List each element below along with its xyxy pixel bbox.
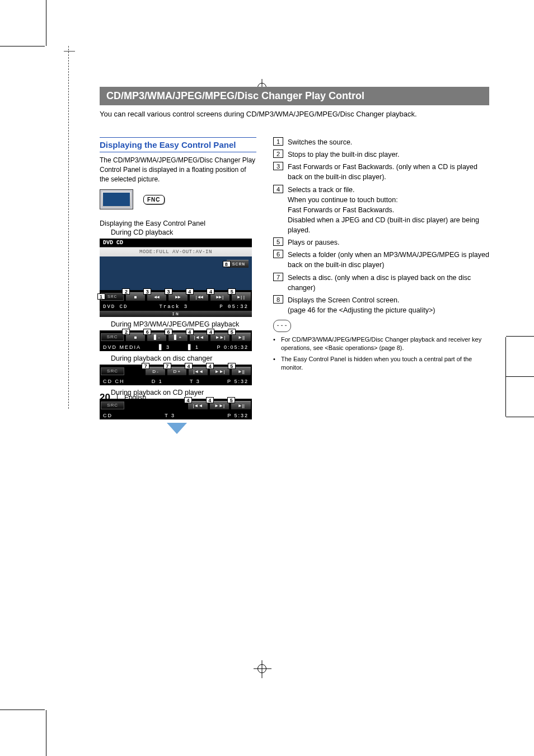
list-item: 7Selects a disc. (only when a disc is pl… — [273, 273, 489, 293]
disc-minus-button[interactable]: 7D - — [146, 367, 165, 375]
list-item: 8Displays the Screen Control screen. (pa… — [273, 295, 489, 315]
next-button[interactable]: 4►►| — [210, 401, 229, 409]
disc-plus-button[interactable]: 7D + — [167, 367, 186, 375]
src-button[interactable]: 1 SRC — [101, 293, 124, 301]
list-item: 4Selects a track or file. When you conti… — [273, 185, 489, 236]
play-pause-button[interactable]: 5►|| — [232, 292, 251, 301]
callout-text: Plays or pauses. — [288, 237, 489, 248]
prev-button[interactable]: 4|◄◄ — [188, 401, 208, 409]
callout-6b: 6 — [165, 329, 172, 335]
callout-number: 3 — [273, 162, 283, 170]
callout-8: 8 — [223, 261, 231, 267]
fnc-button[interactable]: FNC — [143, 195, 165, 204]
lead-text: The CD/MP3/WMA/JPEG/MPEG/Disc Changer Pl… — [100, 156, 256, 184]
stop-button[interactable]: 2■ — [126, 333, 145, 341]
callout-3a: 3 — [143, 288, 151, 295]
callout-4a: 4 — [185, 363, 193, 369]
next-button[interactable]: 4►►| — [210, 333, 229, 341]
callout-6a: 6 — [143, 329, 151, 335]
list-item: •The Easy Control Panel is hidden when y… — [273, 355, 489, 372]
down-arrow-icon — [167, 423, 187, 434]
device-illustration — [100, 189, 133, 209]
callout-number: 4 — [273, 185, 283, 193]
next-button[interactable]: 4►►| — [210, 292, 229, 301]
callout-text: Stops to play the built-in disc player. — [288, 150, 489, 160]
callout-text: Displays the Screen Control screen. (pag… — [288, 295, 489, 315]
list-item: 3Fast Forwards or Fast Backwards. (only … — [273, 162, 489, 182]
scrn-label: SCRN — [232, 262, 245, 267]
callout-4a: 4 — [186, 288, 194, 295]
page-language: English — [124, 394, 146, 402]
play-pause-button[interactable]: 5►|| — [232, 367, 251, 375]
panel-disc-changer: SRC 7D - 7D + 4|◄◄ 4►►| 5►|| CD CH D 1 T… — [100, 365, 252, 385]
section-intro: You can recall various control screens d… — [100, 110, 489, 118]
step-during-cd: During CD playback — [111, 228, 256, 236]
callout-text: Selects a track or file. When you contin… — [288, 185, 489, 236]
src-button[interactable]: SRC — [101, 333, 124, 341]
callout-1: 1 — [97, 293, 105, 300]
callout-number: 6 — [273, 250, 283, 258]
callout-text: Selects a disc. (only when a disc is pla… — [288, 273, 489, 293]
play-pause-button[interactable]: 5►|| — [232, 333, 251, 341]
callout-5: 5 — [228, 363, 236, 369]
next-button[interactable]: 4►►| — [210, 367, 229, 375]
callout-text: Fast Forwards or Fast Backwards. (only w… — [288, 162, 489, 182]
panel-dc-info: CD CH D 1 T 3 P 5:32 — [100, 377, 252, 385]
callout-5: 5 — [228, 329, 236, 335]
page-footer: 20 English — [100, 392, 146, 403]
prev-button[interactable]: 4|◄◄ — [190, 333, 209, 341]
panel-cd-in: IN — [100, 311, 252, 317]
callout-3b: 3 — [165, 288, 172, 295]
folder-plus-button[interactable]: 6▋ + — [168, 333, 188, 341]
play-pause-button[interactable]: 5►|| — [231, 401, 251, 409]
rewind-button[interactable]: 3◄◄ — [147, 292, 166, 301]
prev-button[interactable]: 4|◄◄ — [189, 367, 208, 375]
step-during-dc: During playback on disc changer — [111, 354, 256, 362]
callout-number: 5 — [273, 237, 283, 246]
callout-2: 2 — [122, 288, 130, 295]
list-item: 5Plays or pauses. — [273, 237, 489, 248]
callout-5: 5 — [227, 397, 235, 403]
step-title: Displaying the Easy Control Panel — [100, 220, 256, 227]
panel-cd: DVD CD MODE:FULL AV-OUT:AV-IN 8 SCRN 1 S… — [100, 239, 252, 317]
callout-4b: 4 — [207, 329, 214, 335]
bullet-icon: • — [273, 355, 278, 372]
callout-4b: 4 — [206, 397, 214, 403]
note-text: For CD/MP3/WMA/JPEG/MPEG/Disc Changer pl… — [281, 335, 489, 353]
list-item: •For CD/MP3/WMA/JPEG/MPEG/Disc Changer p… — [273, 335, 489, 353]
prev-button[interactable]: 4|◄◄ — [190, 292, 209, 301]
callout-number: 2 — [273, 150, 283, 158]
src-label: SRC — [107, 294, 117, 299]
panel-mp3-info: DVD MEDIA ▋ 3 ▋ 1 P 0:05:32 — [100, 343, 252, 351]
callout-text: Selects a folder (only when an MP3/WMA/J… — [288, 250, 489, 270]
callout-7b: 7 — [163, 363, 171, 369]
callout-5: 5 — [228, 288, 236, 295]
callout-2: 2 — [122, 329, 130, 335]
forward-button[interactable]: 3►► — [168, 292, 188, 301]
callout-7a: 7 — [142, 363, 149, 369]
panel-cd-screen: 8 SCRN — [100, 256, 252, 290]
panel-cdp-info: CD T 3 P 5:32 — [100, 412, 252, 419]
scrn-button[interactable]: 8 SCRN — [227, 260, 249, 268]
callout-number: 7 — [273, 273, 283, 281]
src-button[interactable]: SRC — [101, 367, 124, 375]
subheading: Displaying the Easy Control Panel — [100, 137, 256, 152]
list-item: 2Stops to play the built-in disc player. — [273, 150, 489, 160]
callout-number: 8 — [273, 295, 283, 304]
callout-text: Switches the source. — [288, 137, 489, 147]
step-during-mp3: During MP3/WMA/JPEG/MPEG playback — [111, 320, 256, 328]
callout-4a: 4 — [186, 329, 194, 335]
panel-cd-info: DVD CD Track 3 P 05:32 — [100, 303, 252, 311]
list-item: 6Selects a folder (only when an MP3/WMA/… — [273, 250, 489, 270]
panel-mp3: SRC 2■ 6▋ - 6▋ + 4|◄◄ 4►►| 5►|| DVD MEDI… — [100, 330, 252, 351]
callout-4b: 4 — [206, 363, 214, 369]
folder-minus-button[interactable]: 6▋ - — [147, 333, 166, 341]
page-number: 20 — [100, 392, 110, 403]
callout-number: 1 — [273, 137, 283, 146]
margin-line — [68, 46, 69, 409]
section-banner: CD/MP3/WMA/JPEG/MPEG/Disc Changer Play C… — [100, 87, 489, 105]
stop-button[interactable]: 2■ — [126, 292, 145, 301]
mdash-top — [64, 46, 75, 56]
callout-4a: 4 — [184, 397, 192, 403]
panel-cd-header: MODE:FULL AV-OUT:AV-IN — [100, 247, 252, 256]
